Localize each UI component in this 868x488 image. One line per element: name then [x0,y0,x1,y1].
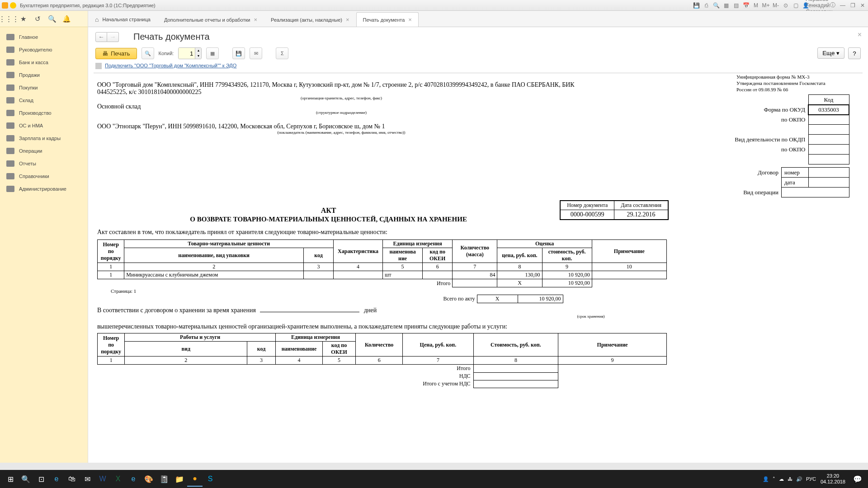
sidebar-item[interactable]: Главное [0,31,88,43]
search-task-icon[interactable]: 🔍 [18,471,33,487]
more-button[interactable]: Еще ▾ [817,47,844,59]
help-button[interactable]: ? [848,47,861,59]
save-button[interactable]: 💾 [232,47,245,59]
m-minus-icon[interactable]: M- [772,2,779,9]
clock-icon[interactable]: ⊙ [782,2,789,9]
section-icon [6,72,14,78]
section-icon [6,122,14,129]
explorer-icon[interactable]: 📁 [172,471,187,487]
codes-table: Код Форма по ОКУД0335003 по ОКПО Вид дея… [732,94,849,164]
act-title: АКТ [97,206,849,215]
paint-icon[interactable]: 🎨 [141,471,156,487]
print-icon[interactable]: ⎙ [703,2,710,9]
tab-label: Начальная страница [102,17,150,22]
sidebar-item[interactable]: Зарплата и кадры [0,132,88,145]
copies-spinner[interactable]: ▲▼ [178,47,202,59]
close-page-button[interactable]: × [858,31,862,39]
system-toolbar: 💾 ⎙ 🔍 ▦ ▤ 📅 M M+ M- ⊙ ▢ 👤 Абрамов Геннад… [693,2,866,9]
titlebar: Бухгалтерия предприятия, редакция 3.0 (1… [0,0,868,11]
main-table: Номер по порядку Товарно-материальные це… [97,239,667,287]
save-icon[interactable]: 💾 [693,2,700,9]
tab-close-icon[interactable]: × [254,16,257,23]
preview-button[interactable]: 🔍 [142,47,154,59]
spin-up[interactable]: ▲ [195,48,201,53]
sidebar-label: Продажи [19,72,40,78]
calendar-icon[interactable]: 📅 [742,2,750,9]
start-button[interactable]: ⊞ [3,471,18,487]
sidebar-item[interactable]: Банк и касса [0,56,88,69]
bell-icon[interactable]: 🔔 [62,15,71,23]
tab[interactable]: Печать документа× [356,12,419,27]
section-icon [6,148,14,154]
tab-close-icon[interactable]: × [408,16,412,23]
calc-icon[interactable]: ▦ [722,2,730,9]
sidebar-item[interactable]: Руководителю [0,43,88,56]
sidebar-label: Справочники [19,174,49,179]
app-menu-icon[interactable] [10,2,16,9]
tab-close-icon[interactable]: × [346,16,349,23]
system-tray[interactable]: 👤˄ ☁🖧 🔊РУС [763,476,816,482]
section-icon [6,186,14,192]
sidebar-label: Отчеты [19,161,36,166]
back-button[interactable]: ← [95,32,107,42]
restore-icon[interactable]: ❐ [849,2,856,9]
ie-icon[interactable]: e [126,471,141,487]
edo-link[interactable]: Подключить "ООО "Торговый дом "Комплексн… [105,63,236,68]
section-icon [6,173,14,179]
excel-icon[interactable]: X [110,471,126,487]
spin-down[interactable]: ▼ [195,53,201,59]
sidebar-item[interactable]: Отчеты [0,157,88,170]
tab[interactable]: Реализация (акты, накладные)× [264,12,356,27]
document-viewport[interactable]: Унифицированная форма № МХ-3Утверждена п… [94,73,863,458]
minimize-icon[interactable]: — [839,2,846,9]
close-icon[interactable]: ✕ [859,2,866,9]
sidebar-item[interactable]: Покупки [0,81,88,94]
mail-icon[interactable]: ✉ [80,471,95,487]
edge-icon[interactable]: e [49,471,64,487]
notepad-icon[interactable]: 📓 [156,471,172,487]
forward-button[interactable]: → [107,32,119,42]
settings-button[interactable]: ▦ [206,47,219,59]
tab[interactable]: ⌂Начальная страница [88,12,157,27]
network-icon: 🖧 [788,476,793,482]
taskbar: ⊞ 🔍 ⊡ e 🛍 ✉ W X e 🎨 📓 📁 ● S 👤˄ ☁🖧 🔊РУС 2… [0,470,868,488]
store-icon[interactable]: 🛍 [64,471,80,487]
apps-icon[interactable]: ⋮⋮⋮ [5,15,13,23]
sidebar-item[interactable]: Продажи [0,69,88,81]
sidebar-label: Руководителю [19,47,52,52]
sidebar-label: Склад [19,98,33,103]
sidebar-item[interactable]: Склад [0,94,88,107]
square-icon[interactable]: ▢ [792,2,799,9]
history-icon[interactable]: ↺ [33,15,42,23]
section-icon [6,110,14,116]
user-name[interactable]: Абрамов Геннадий Сергеевич [816,2,823,9]
print-button[interactable]: 🖶 Печать [95,48,137,59]
sidebar-item[interactable]: Администрирование [0,183,88,195]
1c-icon[interactable]: ● [187,471,203,487]
notifications-icon[interactable]: 💬 [850,471,865,487]
sidebar-item[interactable]: ОС и НМА [0,119,88,132]
taskview-icon[interactable]: ⊡ [33,471,49,487]
tab[interactable]: Дополнительные отчеты и обработки× [157,12,264,27]
pager: Страница: 1 [111,288,849,294]
favorite-icon[interactable]: ★ [19,15,27,23]
sidebar-item[interactable]: Справочники [0,170,88,183]
sum-button[interactable]: Σ [276,47,288,59]
grid-icon[interactable]: ▤ [732,2,740,9]
m-plus-icon[interactable]: M+ [762,2,769,9]
email-button[interactable]: ✉ [250,47,262,59]
info-icon[interactable]: ⓘ [829,2,836,9]
services-table: Номер по порядку Работы и услуги Единица… [97,333,667,388]
nav-buttons: ← → [95,32,119,42]
word-icon[interactable]: W [95,471,110,487]
sidebar-label: Зарплата и кадры [19,136,61,141]
zoom-icon[interactable]: 🔍 [712,2,720,9]
sidebar-item[interactable]: Операции [0,145,88,157]
sidebar-item[interactable]: Производство [0,107,88,119]
sidebar-label: Банк и касса [19,60,48,65]
m-icon[interactable]: M [752,2,760,9]
clock[interactable]: 23:2004.12.2018 [816,473,850,485]
skype-icon[interactable]: S [203,471,218,487]
copies-input[interactable] [179,48,195,59]
search-icon[interactable]: 🔍 [48,15,56,23]
